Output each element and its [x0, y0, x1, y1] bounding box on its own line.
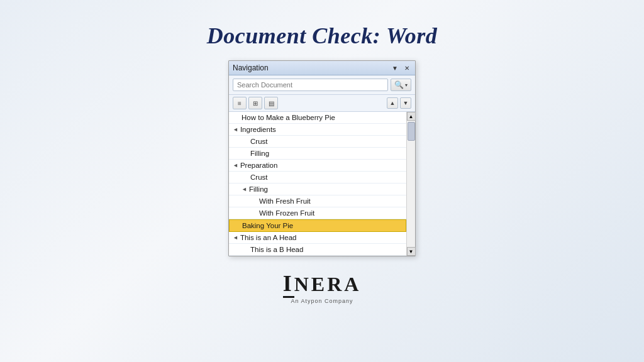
search-bar: 🔍 ▾ — [229, 75, 415, 95]
nav-item[interactable]: ◄Preparation — [229, 160, 406, 172]
logo-i-letter: I — [283, 271, 294, 298]
up-arrow-icon: ▲ — [390, 100, 396, 106]
collapse-triangle: ◄ — [242, 186, 247, 192]
nav-item[interactable]: How to Make a Blueberry Pie — [229, 112, 406, 124]
collapse-triangle: ◄ — [233, 162, 238, 168]
toolbar-row: ≡ ⊞ ▤ ▲ ▼ — [229, 95, 415, 112]
logo-area: INERA An Atypon Company — [283, 270, 362, 304]
scroll-down-button[interactable]: ▼ — [407, 247, 416, 256]
results-icon: ▤ — [269, 100, 274, 107]
collapse-triangle: ◄ — [233, 126, 238, 133]
scroll-up-button[interactable]: ▲ — [407, 112, 416, 121]
logo-subtext: An Atypon Company — [291, 298, 353, 304]
results-view-button[interactable]: ▤ — [264, 97, 278, 109]
nav-item[interactable]: This is a B Head — [229, 244, 406, 256]
nav-item[interactable]: With Frozen Fruit — [229, 207, 406, 219]
word-navigation-panel: Navigation ▼ ✕ 🔍 ▾ ≡ ⊞ ▤ ▲ — [228, 60, 416, 256]
collapse-triangle: ◄ — [233, 234, 238, 241]
search-input[interactable] — [233, 79, 388, 91]
nav-item[interactable]: ◄Filling — [229, 184, 406, 195]
down-arrow-icon: ▼ — [403, 100, 409, 106]
pages-icon: ⊞ — [253, 100, 258, 107]
nav-arrows: ▲ ▼ — [387, 97, 411, 109]
scrollbar: ▲ ▼ — [406, 112, 415, 256]
panel-titlebar: Navigation ▼ ✕ — [229, 61, 415, 75]
nav-item[interactable]: ◄Ingredients — [229, 124, 406, 136]
search-button[interactable]: 🔍 ▾ — [391, 79, 411, 91]
close-button[interactable]: ✕ — [402, 64, 411, 72]
next-heading-button[interactable]: ▼ — [400, 97, 411, 109]
logo: INERA — [283, 270, 362, 297]
search-dropdown-arrow: ▾ — [405, 82, 408, 88]
nav-item[interactable]: With Fresh Fruit — [229, 195, 406, 207]
panel-title-label: Navigation — [233, 63, 269, 72]
search-icon: 🔍 — [394, 80, 404, 89]
view-buttons: ≡ ⊞ ▤ — [233, 97, 278, 109]
nav-tree: How to Make a Blueberry Pie◄IngredientsC… — [229, 112, 406, 256]
scroll-thumb[interactable] — [408, 122, 415, 141]
prev-heading-button[interactable]: ▲ — [387, 97, 398, 109]
nav-item[interactable]: Baking Your Pie — [229, 219, 406, 232]
list-icon: ≡ — [238, 100, 242, 107]
logo-rest: NERA — [294, 273, 362, 295]
nav-item[interactable]: ◄This is an A Head — [229, 232, 406, 244]
nav-scroll-container: How to Make a Blueberry Pie◄IngredientsC… — [229, 112, 415, 256]
pages-view-button[interactable]: ⊞ — [248, 97, 262, 109]
page-title: Document Check: Word — [207, 23, 438, 49]
nav-item[interactable]: Crust — [229, 172, 406, 184]
pin-button[interactable]: ▼ — [390, 64, 400, 72]
titlebar-controls: ▼ ✕ — [390, 64, 411, 72]
headings-view-button[interactable]: ≡ — [233, 97, 247, 109]
nav-item[interactable]: Filling — [229, 148, 406, 160]
nav-item[interactable]: Crust — [229, 136, 406, 148]
